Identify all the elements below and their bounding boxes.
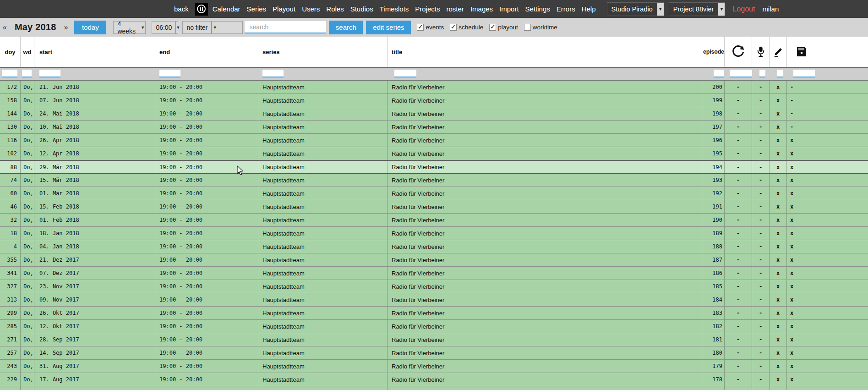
table-row[interactable]: 299 Do, 26. Okt 2017 19:00 - 20:00 Haupt… — [0, 307, 868, 320]
table-row[interactable]: 229 Do, 17. Aug 2017 19:00 - 20:00 Haupt… — [0, 373, 868, 386]
filter-input-title[interactable] — [394, 70, 416, 77]
cell-live: - — [752, 320, 770, 333]
prev-month-button[interactable]: « — [3, 23, 7, 32]
cell-end: 19:00 - 20:00 — [156, 267, 259, 280]
nav-item-roster[interactable]: roster — [447, 5, 464, 13]
column-header-edit[interactable] — [770, 37, 787, 67]
station-logo-pause-icon[interactable] — [195, 3, 208, 16]
cell-save: x — [787, 360, 868, 373]
toggle-playout[interactable]: ✓ playout — [489, 24, 518, 31]
toggle-events[interactable]: ✓ events — [417, 24, 444, 31]
nav-item-studios[interactable]: Studios — [350, 5, 373, 13]
nav-items-container: CalendarSeriesPlayoutUsersRolesStudiosTi… — [213, 5, 602, 13]
day-start-time-select[interactable]: 06:00 ▼ — [152, 21, 178, 34]
cell-series: Hauptstadtteam — [259, 161, 388, 173]
nav-item-settings[interactable]: Settings — [525, 5, 550, 13]
column-header-doy[interactable]: doy — [0, 37, 21, 67]
logout-link[interactable]: Logout — [732, 5, 755, 13]
nav-item-errors[interactable]: Errors — [557, 5, 575, 13]
filter-input-doy[interactable] — [2, 70, 17, 77]
table-row[interactable]: 88 Do, 29. Mär 2018 19:00 - 20:00 Haupts… — [0, 160, 868, 174]
range-select[interactable]: 4 weeks ▼ — [113, 21, 146, 34]
table-row[interactable]: 285 Do, 12. Okt 2017 19:00 - 20:00 Haupt… — [0, 320, 868, 333]
nav-item-playout[interactable]: Playout — [273, 5, 295, 13]
table-row[interactable]: 158 Do, 07. Jun 2018 19:00 - 20:00 Haupt… — [0, 94, 868, 107]
table-row[interactable]: 4 Do, 04. Jan 2018 19:00 - 20:00 Hauptst… — [0, 240, 868, 253]
nav-item-projects[interactable]: Projects — [415, 5, 440, 13]
cell-episode: 195 — [702, 147, 725, 160]
table-row[interactable]: 257 Do, 14. Sep 2017 19:00 - 20:00 Haupt… — [0, 346, 868, 360]
table-row[interactable]: 130 Do, 10. Mai 2018 19:00 - 20:00 Haupt… — [0, 121, 868, 134]
today-button[interactable]: today — [74, 21, 106, 34]
table-row[interactable]: 243 Do, 31. Aug 2017 19:00 - 20:00 Haupt… — [0, 360, 868, 373]
table-row[interactable]: 102 Do, 12. Apr 2018 19:00 - 20:00 Haupt… — [0, 147, 868, 160]
filter-input-series[interactable] — [262, 70, 284, 77]
cell-wd: Do, — [21, 200, 34, 213]
cell-start: 15. Mär 2018 — [34, 174, 156, 187]
filter-input-end[interactable] — [159, 70, 180, 77]
table-row[interactable]: 74 Do, 15. Mär 2018 19:00 - 20:00 Haupts… — [0, 174, 868, 187]
cell-save: x — [787, 346, 868, 359]
table-row[interactable]: 46 Do, 15. Feb 2018 19:00 - 20:00 Haupts… — [0, 200, 868, 214]
range-select-value: 4 weeks — [114, 22, 140, 33]
filter-select[interactable]: no filter ▼ — [182, 21, 243, 34]
column-header-rerun[interactable] — [725, 37, 752, 67]
table-row[interactable]: 172 Do, 21. Jun 2018 19:00 - 20:00 Haupt… — [0, 81, 868, 94]
edit-series-button[interactable]: edit series — [366, 21, 411, 34]
studio-select[interactable]: Studio Piradio ▼ — [607, 2, 664, 16]
nav-item-users[interactable]: Users — [302, 5, 320, 13]
filter-input-save[interactable] — [793, 70, 815, 77]
cell-live: - — [752, 94, 770, 107]
table-row[interactable]: 144 Do, 24. Mai 2018 19:00 - 20:00 Haupt… — [0, 107, 868, 121]
filter-input-start[interactable] — [39, 70, 60, 77]
filter-input-episode[interactable] — [714, 70, 724, 77]
table-row-partial[interactable] — [0, 386, 868, 390]
project-select[interactable]: Project 88vier ▼ — [669, 2, 726, 16]
cell-series: Hauptstadtteam — [259, 227, 388, 240]
cell-save: x — [787, 161, 868, 173]
table-row[interactable]: 18 Do, 18. Jan 2018 19:00 - 20:00 Haupts… — [0, 227, 868, 240]
search-input[interactable] — [245, 21, 326, 33]
filter-input-live[interactable] — [759, 70, 765, 77]
column-header-live[interactable] — [752, 37, 770, 67]
toggle-worktime[interactable]: ✓ worktime — [524, 24, 557, 31]
toggles-container: ✓ events ✓ schedule ✓ playout ✓ worktime — [411, 24, 557, 31]
table-row[interactable]: 271 Do, 28. Sep 2017 19:00 - 20:00 Haupt… — [0, 333, 868, 346]
next-month-button[interactable]: » — [64, 23, 68, 32]
filter-input-rerun[interactable] — [730, 70, 752, 77]
table-row[interactable]: 32 Do, 01. Feb 2018 19:00 - 20:00 Haupts… — [0, 214, 868, 227]
table-row[interactable]: 116 Do, 26. Apr 2018 19:00 - 20:00 Haupt… — [0, 134, 868, 147]
cell-doy: 313 — [0, 293, 21, 306]
column-header-end[interactable]: end — [156, 37, 259, 67]
cell-edit: x — [770, 320, 787, 333]
column-header-episode[interactable]: episode — [702, 37, 725, 67]
nav-item-back[interactable]: back — [174, 5, 189, 13]
cell-rerun: - — [725, 214, 752, 226]
column-header-save[interactable] — [787, 37, 868, 67]
table-row[interactable]: 60 Do, 01. Mär 2018 19:00 - 20:00 Haupts… — [0, 187, 868, 200]
cell-rerun: - — [725, 121, 752, 133]
column-header-wd[interactable]: wd — [21, 37, 34, 67]
nav-item-calendar[interactable]: Calendar — [213, 5, 240, 13]
filter-input-wd[interactable] — [22, 70, 32, 77]
column-header-title[interactable]: title — [388, 37, 702, 67]
cell-doy: 229 — [0, 373, 21, 386]
search-button[interactable]: search — [329, 21, 363, 34]
table-row[interactable]: 313 Do, 09. Nov 2017 19:00 - 20:00 Haupt… — [0, 293, 868, 307]
cell-edit: x — [770, 147, 787, 160]
cell-title: Radio für Vierbeiner — [388, 147, 702, 160]
nav-item-import[interactable]: Import — [499, 5, 519, 13]
nav-item-roles[interactable]: Roles — [326, 5, 344, 13]
table-row[interactable]: 327 Do, 23. Nov 2017 19:00 - 20:00 Haupt… — [0, 280, 868, 293]
nav-item-timeslots[interactable]: Timeslots — [380, 5, 409, 13]
table-row[interactable]: 341 Do, 07. Dez 2017 19:00 - 20:00 Haupt… — [0, 267, 868, 280]
filter-input-edit[interactable] — [777, 70, 783, 77]
nav-item-help[interactable]: Help — [582, 5, 596, 13]
toggle-schedule[interactable]: ✓ schedule — [450, 24, 483, 31]
nav-item-series[interactable]: Series — [247, 5, 267, 13]
column-header-start[interactable]: start — [34, 37, 156, 67]
column-header-series[interactable]: series — [259, 37, 388, 67]
cell-series: Hauptstadtteam — [259, 333, 388, 346]
nav-item-images[interactable]: Images — [470, 5, 493, 13]
table-row[interactable]: 355 Do, 21. Dez 2017 19:00 - 20:00 Haupt… — [0, 253, 868, 267]
